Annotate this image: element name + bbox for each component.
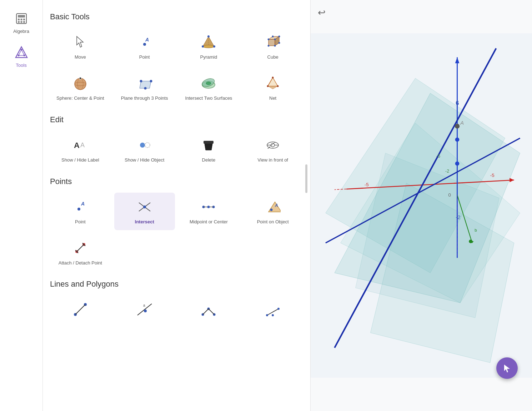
svg-text:A: A xyxy=(81,201,85,207)
sidebar: Algebra Tools xyxy=(0,0,43,411)
sphere-icon xyxy=(71,74,90,93)
svg-point-29 xyxy=(268,45,270,47)
tool-intersect2[interactable]: Intersect Two Surfaces xyxy=(179,69,239,107)
tool-intersect[interactable]: Intersect xyxy=(114,193,175,230)
svg-point-28 xyxy=(274,39,276,40)
svg-marker-127 xyxy=(504,365,510,372)
svg-marker-8 xyxy=(16,47,27,58)
show-hide-label-icon: A A xyxy=(71,136,90,154)
sidebar-item-algebra[interactable]: Algebra xyxy=(5,7,37,38)
edit-tools-grid: A A Show / Hide Label Show / Hide Object xyxy=(50,131,303,168)
delete-icon xyxy=(199,136,218,154)
midpoint-icon xyxy=(199,198,218,216)
line-seg-icon xyxy=(71,300,90,319)
svg-text:0: 0 xyxy=(448,192,451,198)
svg-point-54 xyxy=(140,143,145,148)
tool-line-pt[interactable]: a xyxy=(114,295,175,327)
tool-sphere-label: Sphere: Center & Point xyxy=(56,95,104,101)
tool-point2[interactable]: A Point xyxy=(50,193,111,230)
svg-line-78 xyxy=(77,244,84,252)
view-3d: ↩ 6 4 2 -2 -5 -5 - xyxy=(311,0,532,411)
tool-point2-label: Point xyxy=(75,219,86,225)
tool-show-hide-object-label: Show / Hide Object xyxy=(125,157,164,163)
svg-point-121 xyxy=(455,138,460,142)
sidebar-item-tools[interactable]: Tools xyxy=(5,41,37,71)
line-pt-icon: a xyxy=(135,300,154,319)
point2-icon: A xyxy=(71,198,90,216)
svg-point-49 xyxy=(272,76,274,78)
tool-point-on-object-label: Point on Object xyxy=(257,219,289,225)
tool-delete[interactable]: Delete xyxy=(179,131,239,168)
intersect-icon xyxy=(135,198,154,216)
tool-view-in-front[interactable]: View in front of xyxy=(242,131,303,168)
tool-net[interactable]: Net xyxy=(242,69,303,107)
svg-point-30 xyxy=(274,45,276,47)
net-icon xyxy=(264,74,282,93)
tool-sphere[interactable]: Sphere: Center & Point xyxy=(50,69,111,107)
tool-polyline[interactable] xyxy=(179,295,239,327)
intersect2-icon xyxy=(199,74,218,93)
svg-point-37 xyxy=(79,77,81,79)
tool-midpoint-label: Midpoint or Center xyxy=(190,219,228,225)
svg-point-32 xyxy=(278,36,280,38)
svg-point-27 xyxy=(268,39,270,40)
svg-marker-48 xyxy=(268,86,278,89)
tool-plane3pts-label: Plane through 3 Points xyxy=(121,95,168,101)
svg-point-65 xyxy=(77,208,80,211)
svg-text:A: A xyxy=(460,120,464,126)
move-icon xyxy=(71,33,90,51)
tool-cube[interactable]: Cube xyxy=(242,28,303,65)
tool-intersect-label: Intersect xyxy=(135,219,154,225)
svg-text:-5: -5 xyxy=(490,173,495,178)
svg-point-68 xyxy=(143,206,146,208)
svg-rect-1 xyxy=(18,15,25,18)
tool-point-label: Point xyxy=(139,54,150,60)
svg-point-39 xyxy=(140,80,142,82)
svg-point-51 xyxy=(277,85,279,87)
tool-show-hide-label-label: Show / Hide Label xyxy=(61,157,99,163)
lines-polygons-title: Lines and Polygons xyxy=(50,279,303,289)
svg-rect-2 xyxy=(18,19,20,20)
tool-move[interactable]: Move xyxy=(50,28,111,65)
svg-point-20 xyxy=(203,45,214,48)
tool-midpoint[interactable]: Midpoint or Center xyxy=(179,193,239,230)
cursor-fab[interactable] xyxy=(496,357,518,379)
svg-point-50 xyxy=(267,85,269,87)
3d-canvas: 6 4 2 -2 -5 -5 -5 -2 0 A b xyxy=(311,0,532,411)
point-on-object-icon: A xyxy=(264,198,282,216)
tool-show-hide-object[interactable]: Show / Hide Object xyxy=(114,131,175,168)
svg-line-83 xyxy=(75,304,85,315)
svg-point-94 xyxy=(272,314,274,316)
tool-attach-detach-label: Attach / Detach Point xyxy=(59,260,102,266)
plane3pts-icon xyxy=(135,74,154,93)
tool-pyramid-label: Pyramid xyxy=(200,54,217,60)
tools-icon xyxy=(14,45,29,60)
svg-point-34 xyxy=(75,78,86,90)
sidebar-item-algebra-label: Algebra xyxy=(13,29,29,34)
tool-point-on-object[interactable]: A Point on Object xyxy=(242,193,303,230)
svg-point-60 xyxy=(271,143,275,147)
svg-text:b: b xyxy=(475,228,477,232)
points-tools-grid: A Point Intersect xyxy=(50,193,303,271)
tool-point[interactable]: A Point xyxy=(114,28,175,65)
basic-tools-title: Basic Tools xyxy=(50,12,303,21)
tool-attach-detach[interactable]: Attach / Detach Point xyxy=(50,234,111,271)
view-in-front-icon xyxy=(264,136,282,154)
svg-text:-2: -2 xyxy=(445,169,449,174)
svg-text:-5: -5 xyxy=(365,182,369,187)
svg-point-95 xyxy=(277,308,280,310)
tool-line-seg[interactable] xyxy=(50,295,111,327)
undo-button[interactable]: ↩ xyxy=(318,7,326,18)
svg-marker-15 xyxy=(77,36,83,47)
svg-point-31 xyxy=(272,36,274,38)
svg-point-93 xyxy=(266,314,268,316)
tool-polygon[interactable] xyxy=(242,295,303,327)
tool-intersect2-label: Intersect Two Surfaces xyxy=(185,95,232,101)
svg-text:A: A xyxy=(80,142,85,149)
tool-plane3pts[interactable]: Plane through 3 Points xyxy=(114,69,175,107)
tool-cube-label: Cube xyxy=(267,54,278,60)
tool-pyramid[interactable]: Pyramid xyxy=(179,28,239,65)
svg-point-33 xyxy=(278,42,280,44)
tool-show-hide-label[interactable]: A A Show / Hide Label xyxy=(50,131,111,168)
svg-text:A: A xyxy=(74,141,80,150)
